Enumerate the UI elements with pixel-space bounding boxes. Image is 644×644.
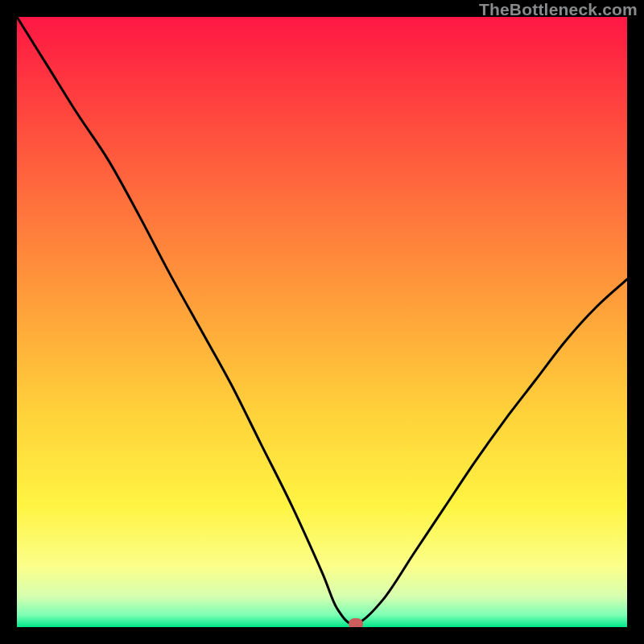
bottleneck-curve [17, 17, 627, 627]
chart-stage: TheBottleneck.com [0, 0, 644, 644]
watermark-text: TheBottleneck.com [479, 0, 638, 19]
minimum-marker [349, 618, 363, 627]
plot-area [17, 17, 627, 627]
